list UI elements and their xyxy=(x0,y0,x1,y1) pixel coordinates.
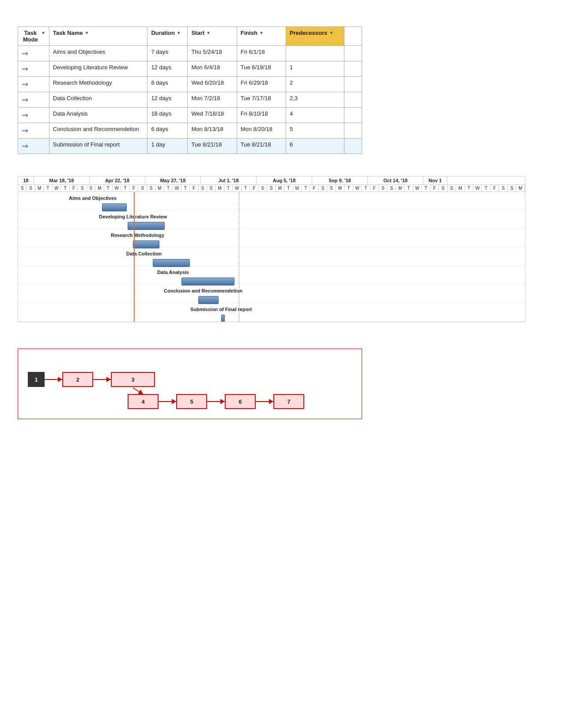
predecessors-header-label: Predecessors xyxy=(290,30,327,36)
gantt-day-cell: M xyxy=(155,185,164,191)
gantt-row: Aims and Objectives xyxy=(18,192,525,210)
extra-cell xyxy=(344,46,362,61)
gantt-day-cell: S xyxy=(267,185,276,191)
duration-cell: 8 days xyxy=(147,77,188,92)
col-header-predecessors[interactable]: Predecessors ▼ xyxy=(286,27,344,46)
col-header-task-name[interactable]: Task Name ▼ xyxy=(49,27,147,46)
col-header-task-mode[interactable]: Task Mode ▼ xyxy=(18,27,49,46)
gantt-day-cell: S xyxy=(199,185,207,191)
predecessors-cell: 2 xyxy=(286,77,344,92)
task-mode-cell: ⇝ xyxy=(18,92,49,108)
gantt-period-cell: Jul 1, '18 xyxy=(201,176,257,184)
gantt-row: Research Methodology xyxy=(18,229,525,248)
predecessors-cell xyxy=(286,46,344,61)
network-diagram-section: 1234567 xyxy=(18,349,362,419)
task-bar-label: Submission of Final report xyxy=(190,307,252,312)
gantt-day-cell: T xyxy=(344,185,353,191)
gantt-day-cell: M xyxy=(396,185,404,191)
extra-cell xyxy=(344,108,362,123)
col-header-start[interactable]: Start ▼ xyxy=(188,27,237,46)
duration-header-label: Duration xyxy=(151,30,174,36)
extra-cell xyxy=(344,77,362,92)
gantt-day-cell: T xyxy=(362,185,370,191)
task-mode-icon: ⇝ xyxy=(22,49,28,58)
duration-cell: 7 days xyxy=(147,46,188,61)
svg-marker-9 xyxy=(220,399,225,404)
gantt-period-cell: 18 xyxy=(18,176,34,184)
gantt-day-cell: S xyxy=(439,185,447,191)
gantt-day-cell: S xyxy=(327,185,336,191)
col-header-duration[interactable]: Duration ▼ xyxy=(147,27,188,46)
task-mode-icon: ⇝ xyxy=(22,64,28,74)
gantt-day-cell: S xyxy=(448,185,456,191)
predecessors-cell: 2,3 xyxy=(286,92,344,108)
task-name-cell: Submission of Final report xyxy=(49,139,147,154)
task-name-header-label: Task Name xyxy=(53,30,83,36)
gantt-table-section: Task Mode ▼ Task Name ▼ Duration ▼ xyxy=(18,26,545,154)
duration-cell: 12 days xyxy=(147,92,188,108)
task-name-dropdown-arrow[interactable]: ▼ xyxy=(85,30,89,35)
network-arrows-svg xyxy=(18,349,363,420)
task-mode-icon: ⇝ xyxy=(22,141,28,151)
start-cell: Thu 5/24/18 xyxy=(188,46,237,61)
gantt-day-cell: T xyxy=(242,185,250,191)
task-mode-cell: ⇝ xyxy=(18,139,49,154)
gantt-row: Data Analysis xyxy=(18,266,525,285)
task-mode-dropdown-arrow[interactable]: ▼ xyxy=(41,30,45,35)
task-bar-label: Developing Literature Review xyxy=(99,214,167,219)
start-cell: Tue 8/21/18 xyxy=(188,139,237,154)
start-cell: Wed 7/18/18 xyxy=(188,108,237,123)
extra-cell xyxy=(344,61,362,77)
task-mode-icon: ⇝ xyxy=(22,110,28,120)
gantt-day-cell: W xyxy=(473,185,482,191)
gantt-day-cell: S xyxy=(87,185,95,191)
gantt-day-cell: W xyxy=(353,185,362,191)
gantt-period-cell: Aug 5, '18 xyxy=(257,176,312,184)
gantt-body: Aims and ObjectivesDeveloping Literature… xyxy=(18,192,525,322)
col-header-finish[interactable]: Finish ▼ xyxy=(237,27,286,46)
gantt-day-cell: M xyxy=(336,185,344,191)
gantt-row: Data Collection xyxy=(18,248,525,266)
gantt-day-cell: W xyxy=(53,185,61,191)
gantt-day-cell: W xyxy=(293,185,302,191)
duration-cell: 18 days xyxy=(147,108,188,123)
finish-cell: Tue 8/21/18 xyxy=(237,139,286,154)
gantt-day-cell: F xyxy=(310,185,318,191)
task-name-cell: Research Methodology xyxy=(49,77,147,92)
gantt-day-cell: W xyxy=(233,185,241,191)
gantt-day-cell: S xyxy=(259,185,267,191)
start-cell: Mon 8/13/18 xyxy=(188,123,237,139)
gantt-day-cell: W xyxy=(113,185,121,191)
gantt-day-cell: F xyxy=(370,185,379,191)
task-bar xyxy=(221,315,225,322)
gantt-period-cell: Nov 1 xyxy=(423,176,447,184)
predecessors-dropdown-arrow[interactable]: ▼ xyxy=(329,30,333,35)
predecessors-cell: 4 xyxy=(286,108,344,123)
gantt-day-cell: T xyxy=(164,185,173,191)
duration-cell: 12 days xyxy=(147,61,188,77)
predecessors-cell: 5 xyxy=(286,123,344,139)
gantt-day-cell: S xyxy=(387,185,396,191)
col-header-extra xyxy=(344,27,362,46)
start-dropdown-arrow[interactable]: ▼ xyxy=(206,30,211,35)
gantt-day-cell: S xyxy=(207,185,215,191)
task-mode-cell: ⇝ xyxy=(18,46,49,61)
task-mode-icon: ⇝ xyxy=(22,95,28,105)
gantt-day-cell: M xyxy=(35,185,44,191)
table-row: ⇝Data Analysis18 daysWed 7/18/18Fri 8/10… xyxy=(18,108,362,123)
duration-dropdown-arrow[interactable]: ▼ xyxy=(177,30,181,35)
gantt-day-cell: T xyxy=(104,185,113,191)
svg-marker-11 xyxy=(269,399,273,404)
svg-marker-3 xyxy=(106,377,111,382)
gantt-day-cell: S xyxy=(379,185,387,191)
gantt-row: Submission of Final report xyxy=(18,303,525,322)
gantt-day-cell: S xyxy=(26,185,35,191)
task-mode-cell: ⇝ xyxy=(18,61,49,77)
task-name-cell: Conclusion and Recommendetion xyxy=(49,123,147,139)
extra-cell xyxy=(344,139,362,154)
gantt-day-cell: M xyxy=(95,185,104,191)
gantt-day-cell: T xyxy=(61,185,69,191)
finish-dropdown-arrow[interactable]: ▼ xyxy=(259,30,264,35)
gantt-day-cell: W xyxy=(413,185,422,191)
gantt-day-cell: S xyxy=(319,185,327,191)
